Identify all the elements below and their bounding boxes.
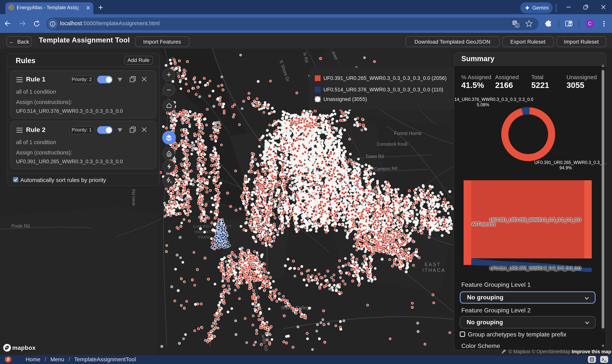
svg-text:Campus Rd: Campus Rd <box>374 166 397 171</box>
svg-text:E: E <box>170 181 172 184</box>
svg-text:EAST: EAST <box>425 262 441 267</box>
svg-text:文: 文 <box>516 24 519 27</box>
svg-text:PARK: PARK <box>198 235 210 239</box>
svg-text:Comstock Knoll: Comstock Knoll <box>377 142 407 147</box>
svg-text:ITHACA: ITHACA <box>422 267 446 273</box>
svg-text:Tower Rd: Tower Rd <box>365 154 384 159</box>
svg-text:Forest Home: Forest Home <box>394 130 422 136</box>
svg-text:aven Rd: aven Rd <box>131 189 136 206</box>
svg-text:Poole Rd: Poole Rd <box>12 223 30 228</box>
